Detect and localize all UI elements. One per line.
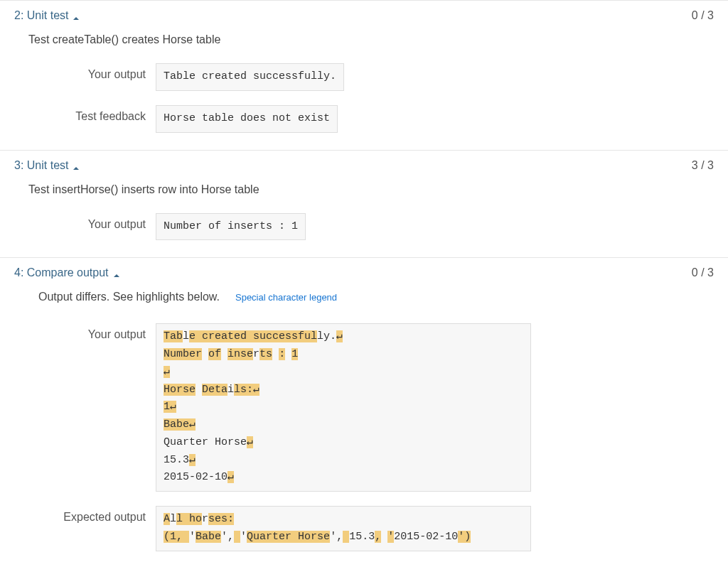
output-label: Expected output: [28, 506, 146, 524]
output-row: Expected output All horses: (1, 'Babe', …: [28, 506, 714, 551]
newline-icon: [189, 418, 196, 431]
chevron-up-icon: [73, 162, 80, 169]
your-output-box: Table created successfully.: [156, 63, 344, 91]
test-number-label: 2: Unit test: [14, 9, 68, 22]
special-character-legend-link[interactable]: Special character legend: [235, 292, 337, 303]
test-section-2: 2: Unit test 0 / 3 Test createTable() cr…: [0, 0, 728, 150]
test-score: 3 / 3: [692, 159, 714, 172]
test-title: 4: Compare output: [14, 266, 120, 279]
output-label: Test feedback: [28, 105, 146, 123]
your-output-box: Table created successfully. Number of in…: [156, 323, 531, 492]
newline-icon: [189, 454, 196, 466]
chevron-up-icon: [113, 269, 120, 276]
test-description: Test insertHorse() inserts row into Hors…: [28, 183, 714, 196]
newline-icon: [253, 384, 259, 396]
your-output-box: Number of inserts : 1: [156, 213, 306, 241]
test-header[interactable]: 2: Unit test 0 / 3: [0, 1, 728, 31]
test-header[interactable]: 3: Unit test 3 / 3: [0, 151, 728, 180]
test-section-3: 3: Unit test 3 / 3 Test insertHorse() in…: [0, 150, 728, 258]
test-score: 0 / 3: [692, 266, 714, 279]
differs-row: Output differs. See highlights below. Sp…: [28, 291, 714, 303]
newline-icon: [228, 471, 234, 483]
output-row: Test feedback Horse table does not exist: [28, 105, 714, 133]
chevron-up-icon: [73, 12, 80, 19]
output-row: Your output Table created successfully. …: [28, 323, 714, 492]
newline-icon: [336, 330, 343, 342]
test-title: 3: Unit test: [14, 159, 80, 172]
test-body: Test createTable() creates Horse table Y…: [0, 31, 728, 150]
newline-icon: [170, 401, 176, 413]
test-title: 2: Unit test: [14, 9, 80, 22]
newline-icon: [164, 366, 170, 378]
test-body: Output differs. See highlights below. Sp…: [0, 288, 728, 562]
expected-output-box: All horses: (1, 'Babe', 'Quarter Horse',…: [156, 506, 531, 551]
output-label: Your output: [28, 213, 146, 231]
output-differs-text: Output differs. See highlights below.: [38, 291, 220, 303]
test-header[interactable]: 4: Compare output 0 / 3: [0, 258, 728, 288]
test-body: Test insertHorse() inserts row into Hors…: [0, 180, 728, 258]
test-section-4: 4: Compare output 0 / 3 Output differs. …: [0, 257, 728, 562]
output-row: Your output Table created successfully.: [28, 63, 714, 91]
output-row: Your output Number of inserts : 1: [28, 213, 714, 241]
test-number-label: 3: Unit test: [14, 159, 68, 172]
test-number-label: 4: Compare output: [14, 266, 109, 279]
test-description: Test createTable() creates Horse table: [28, 33, 714, 46]
output-label: Your output: [28, 323, 146, 341]
test-feedback-box: Horse table does not exist: [156, 105, 338, 133]
newline-icon: [247, 436, 253, 448]
test-score: 0 / 3: [692, 9, 714, 22]
output-label: Your output: [28, 63, 146, 81]
